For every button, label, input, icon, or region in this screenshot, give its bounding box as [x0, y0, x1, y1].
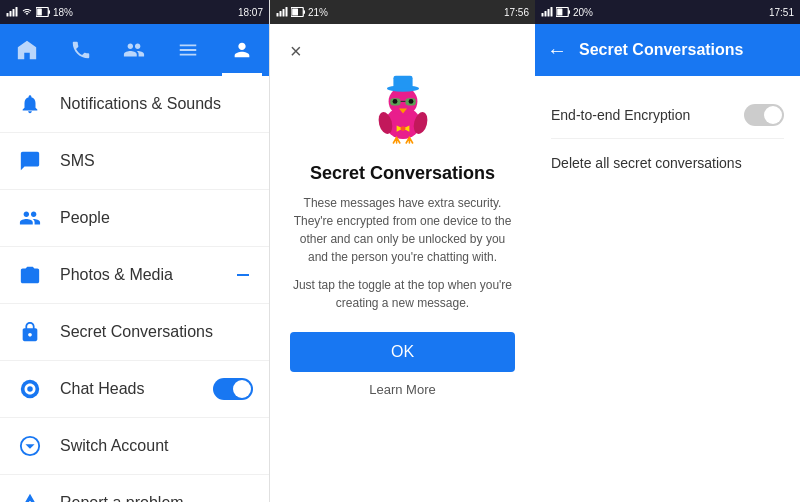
- modal-battery-icon: [291, 7, 305, 17]
- svg-rect-32: [551, 7, 553, 17]
- svg-rect-10: [277, 13, 279, 17]
- photos-label: Photos & Media: [60, 266, 237, 284]
- svg-rect-2: [13, 9, 15, 17]
- nav-tab-groups[interactable]: [114, 24, 154, 76]
- svg-rect-13: [286, 7, 288, 17]
- photos-minus-icon: [237, 274, 249, 276]
- detail-battery: 20%: [573, 7, 593, 18]
- settings-item-chatheads[interactable]: Chat Heads: [0, 361, 269, 418]
- secret-label: Secret Conversations: [60, 323, 253, 341]
- modal-card: ×: [270, 24, 535, 502]
- e2e-toggle[interactable]: [744, 104, 784, 126]
- svg-rect-31: [548, 9, 550, 17]
- detail-title: Secret Conversations: [579, 41, 744, 59]
- bell-icon: [16, 90, 44, 118]
- svg-point-26: [400, 126, 405, 131]
- time-settings: 18:07: [238, 7, 263, 18]
- people-label: People: [60, 209, 253, 227]
- battery-percent: 18%: [53, 7, 73, 18]
- svg-rect-12: [283, 9, 285, 17]
- svg-rect-0: [7, 13, 9, 17]
- report-label: Report a problem: [60, 494, 253, 502]
- people-icon: [16, 204, 44, 232]
- camera-icon: [16, 261, 44, 289]
- nav-tab-profile[interactable]: [222, 24, 262, 76]
- nav-tab-calls[interactable]: [61, 24, 101, 76]
- svg-rect-3: [16, 7, 18, 17]
- phone-icon: [69, 38, 93, 62]
- detail-panel: 20% 17:51 ← Secret Conversations End-to-…: [535, 0, 800, 502]
- back-button[interactable]: ←: [547, 39, 567, 62]
- svg-rect-16: [303, 10, 305, 14]
- menu-icon: [176, 38, 200, 62]
- svg-rect-1: [10, 11, 12, 17]
- settings-item-secret[interactable]: Secret Conversations: [0, 304, 269, 361]
- modal-title: Secret Conversations: [310, 163, 495, 184]
- nav-tab-menu[interactable]: [168, 24, 208, 76]
- modal-signal-icon: [276, 6, 288, 18]
- status-bar-settings: 18% 18:07: [0, 0, 269, 24]
- profile-icon: [230, 38, 254, 62]
- status-bar-detail: 20% 17:51: [535, 0, 800, 24]
- switch-icon: [16, 432, 44, 460]
- settings-item-people[interactable]: People: [0, 190, 269, 247]
- modal-ok-button[interactable]: OK: [290, 332, 515, 372]
- svg-point-25: [408, 99, 413, 104]
- settings-item-notifications[interactable]: Notifications & Sounds: [0, 76, 269, 133]
- svg-rect-11: [280, 11, 282, 17]
- detail-content: End-to-end Encryption Delete all secret …: [535, 76, 800, 502]
- svg-rect-5: [37, 9, 42, 16]
- svg-rect-20: [393, 76, 412, 89]
- status-bar-modal: 21% 17:56: [270, 0, 535, 24]
- chatheads-label: Chat Heads: [60, 380, 213, 398]
- svg-rect-30: [545, 11, 547, 17]
- sms-icon: [16, 147, 44, 175]
- settings-item-switch[interactable]: Switch Account: [0, 418, 269, 475]
- detail-time: 17:51: [769, 7, 794, 18]
- svg-rect-34: [557, 9, 562, 16]
- switch-label: Switch Account: [60, 437, 253, 455]
- svg-rect-6: [48, 10, 50, 14]
- svg-point-8: [27, 386, 33, 392]
- e2e-label: End-to-end Encryption: [551, 107, 690, 123]
- modal-description: These messages have extra security. They…: [290, 194, 515, 266]
- nav-tabs: [0, 24, 269, 76]
- detail-signal-icon: [541, 6, 553, 18]
- chatheads-icon: [16, 375, 44, 403]
- e2e-encryption-row[interactable]: End-to-end Encryption: [551, 92, 784, 139]
- svg-rect-15: [292, 9, 298, 16]
- nav-tab-home[interactable]: [7, 24, 47, 76]
- signal-icon: [6, 6, 18, 18]
- settings-item-report[interactable]: Report a problem: [0, 475, 269, 502]
- settings-item-photos[interactable]: Photos & Media: [0, 247, 269, 304]
- sms-label: SMS: [60, 152, 253, 170]
- delete-secret-action[interactable]: Delete all secret conversations: [551, 139, 784, 187]
- modal-battery: 21%: [308, 7, 328, 18]
- modal-learn-more-link[interactable]: Learn More: [369, 382, 435, 397]
- modal-hint: Just tap the toggle at the top when you'…: [290, 276, 515, 312]
- secret-bird-image: [363, 71, 443, 151]
- svg-point-24: [392, 99, 397, 104]
- lock-icon: [16, 318, 44, 346]
- detail-header: ← Secret Conversations: [535, 24, 800, 76]
- groups-icon: [122, 38, 146, 62]
- modal-panel: 21% 17:56 ×: [270, 0, 535, 502]
- settings-list: Notifications & Sounds SMS People Photos…: [0, 76, 269, 502]
- notifications-label: Notifications & Sounds: [60, 95, 253, 113]
- svg-rect-29: [542, 13, 544, 17]
- chatheads-toggle[interactable]: [213, 378, 253, 400]
- battery-icon: [36, 7, 50, 17]
- svg-rect-35: [568, 10, 570, 14]
- settings-panel: 18% 18:07: [0, 0, 270, 502]
- modal-close-button[interactable]: ×: [290, 40, 302, 63]
- warning-icon: [16, 489, 44, 502]
- home-icon: [15, 38, 39, 62]
- modal-time: 17:56: [504, 7, 529, 18]
- wifi-icon: [21, 6, 33, 18]
- settings-item-sms[interactable]: SMS: [0, 133, 269, 190]
- detail-battery-icon: [556, 7, 570, 17]
